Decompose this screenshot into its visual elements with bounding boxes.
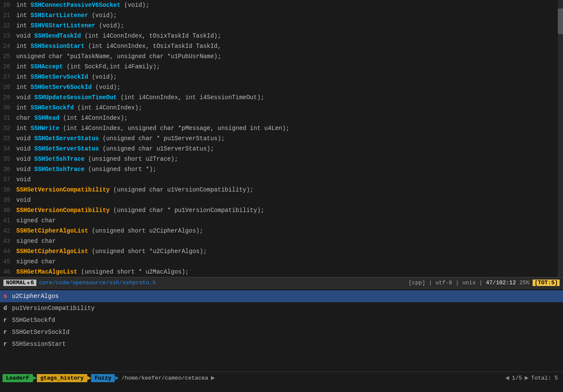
code-token: SSHSetVersionCompatibility: [16, 186, 110, 193]
leaderf-result-name: SSHGetServSockId: [12, 326, 69, 338]
code-token: (void);: [95, 22, 124, 29]
leaderf-result-row[interactable]: rSSHGetSockfd: [0, 314, 563, 326]
code-token: (unsigned char * pu1VersionCompatibility…: [110, 207, 264, 214]
code-token: SSHGetServSockId: [31, 74, 88, 80]
line-number: 39: [2, 195, 10, 205]
scrollbar-thumb[interactable]: [558, 9, 563, 34]
line-numbers: 2021222324252627282930313233343536373839…: [0, 0, 14, 277]
code-line: int SSHGetServSockId (void);: [16, 72, 563, 82]
code-token: SSHRead: [34, 115, 59, 121]
code-token: (unsigned short * u2MacAlgos);: [77, 268, 189, 275]
mode-text: NORMAL: [6, 280, 26, 286]
line-number: 23: [2, 31, 10, 41]
code-token: int: [16, 63, 31, 70]
line-number: 40: [2, 205, 10, 215]
status-sep3: |: [479, 280, 483, 286]
code-token: SSHV6StartListener: [31, 22, 95, 29]
lf-right: ◄ 1/5 ► Total: 5: [505, 374, 560, 382]
code-token: void: [16, 197, 31, 203]
code-line: SSHGetVersionCompatibility (unsigned cha…: [16, 205, 563, 215]
code-editor: 2021222324252627282930313233343536373839…: [0, 0, 563, 277]
leaderf-result-row[interactable]: rSSHSessionStart: [0, 338, 563, 350]
code-line: void SSHGetSshTrace (unsigned short *);: [16, 164, 563, 174]
code-token: int: [16, 43, 31, 50]
code-token: void: [16, 166, 34, 173]
code-line: void: [16, 195, 563, 205]
leaderf-result-row[interactable]: rSSHGetServSockId: [0, 326, 563, 338]
code-line: int SSHStartListener (void);: [16, 10, 563, 21]
code-token: void: [16, 176, 31, 183]
code-token: (int i4ConnIndex, tOsixTaskId TaskId,: [85, 43, 221, 50]
line-number: 27: [2, 72, 10, 82]
status-filetype: [cpp]: [409, 280, 425, 286]
line-number: 22: [2, 21, 10, 31]
code-line: void SSHGetServerStatus (unsigned char *…: [16, 133, 563, 144]
code-token: int: [16, 104, 31, 111]
lf-total: Total: 5: [529, 374, 560, 382]
lf-arrow3: ►: [115, 374, 119, 382]
line-number: 43: [2, 236, 10, 246]
code-content[interactable]: int SSHConnectPassiveV6Socket (void);int…: [14, 0, 563, 277]
code-line: int SSHGetServ6SockId (void);: [16, 82, 563, 92]
code-token: void: [16, 32, 34, 39]
lf-arrow4: ►: [211, 374, 215, 382]
line-number: 38: [2, 185, 10, 195]
code-line: SSHGetMacAlgoList (unsigned short * u2Ma…: [16, 267, 563, 277]
line-number: 29: [2, 92, 10, 103]
code-token: (void);: [88, 74, 117, 80]
code-line: void SSHSetSshTrace (unsigned short u2Tr…: [16, 154, 563, 164]
code-token: void: [16, 94, 34, 101]
leaderf-result-row[interactable]: su2CipherAlgos: [0, 290, 563, 302]
scrollbar[interactable]: [558, 0, 563, 277]
code-token: SSHStartListener: [31, 12, 88, 19]
status-right: [cpp] | utf-8 | unix | 47/102:12 25% [TO…: [409, 280, 560, 286]
line-number: 28: [2, 82, 10, 92]
mode-diamond: ❖: [27, 280, 30, 286]
line-number: 30: [2, 103, 10, 113]
status-mode: NORMAL ❖ 6: [3, 280, 36, 286]
code-line: void: [16, 174, 563, 185]
code-token: void: [16, 145, 34, 152]
code-token: signed char: [16, 238, 56, 245]
code-token: (unsigned short u2Trace);: [85, 156, 178, 162]
code-token: SSHWrite: [31, 125, 59, 132]
code-token: (void);: [121, 2, 149, 9]
lf-crumb2: Fuzzy: [91, 374, 115, 382]
status-position: 47/102:12: [486, 280, 516, 286]
leaderf-results: su2CipherAlgosdpu1VersionCompatibilityrS…: [0, 289, 563, 364]
lf-arrow-right: ►: [524, 374, 529, 382]
line-number: 32: [2, 123, 10, 133]
line-number: 25: [2, 51, 10, 62]
lf-arrow1: ►: [33, 374, 37, 382]
code-token: SSHUpdateSessionTimeOut: [34, 94, 117, 101]
code-token: SSHSessionStart: [31, 43, 85, 50]
line-number: 33: [2, 133, 10, 144]
code-token: (unsigned char u1ServerStatus);: [99, 145, 214, 152]
line-number: 35: [2, 154, 10, 164]
code-line: int SSHConnectPassiveV6Socket (void);: [16, 0, 563, 10]
code-line: SSHGetCipherAlgoList (unsigned short *u2…: [16, 246, 563, 256]
line-number: 37: [2, 174, 10, 185]
leaderf-result-letter: s: [3, 290, 9, 302]
line-number: 41: [2, 215, 10, 226]
code-line: signed char: [16, 256, 563, 267]
code-line: signed char: [16, 236, 563, 246]
leaderf-result-name: SSHGetSockfd: [12, 314, 55, 326]
code-token: int: [16, 74, 31, 80]
line-number: 42: [2, 226, 10, 236]
code-token: (int i4ConnIndex);: [59, 115, 128, 121]
line-number: 20: [2, 0, 10, 10]
code-token: SSHConnectPassiveV6Socket: [31, 2, 121, 9]
leaderf-result-row[interactable]: dpu1VersionCompatibility: [0, 302, 563, 314]
line-number: 26: [2, 62, 10, 72]
code-token: SSHAccept: [31, 63, 63, 70]
code-line: int SSHSessionStart (int i4ConnIndex, tO…: [16, 41, 563, 51]
status-encoding: utf-8: [436, 280, 452, 286]
code-line: void SSHUpdateSessionTimeOut (int i4Conn…: [16, 92, 563, 103]
status-tot: [TOT:5]: [533, 280, 560, 286]
status-progress-pct: 25%: [519, 280, 529, 286]
code-token: unsigned char *pu1TaskName, unsigned cha…: [16, 53, 221, 60]
code-token: int: [16, 84, 31, 91]
code-token: SSHSetServerStatus: [34, 145, 99, 152]
lf-arrow2: ►: [87, 374, 92, 382]
